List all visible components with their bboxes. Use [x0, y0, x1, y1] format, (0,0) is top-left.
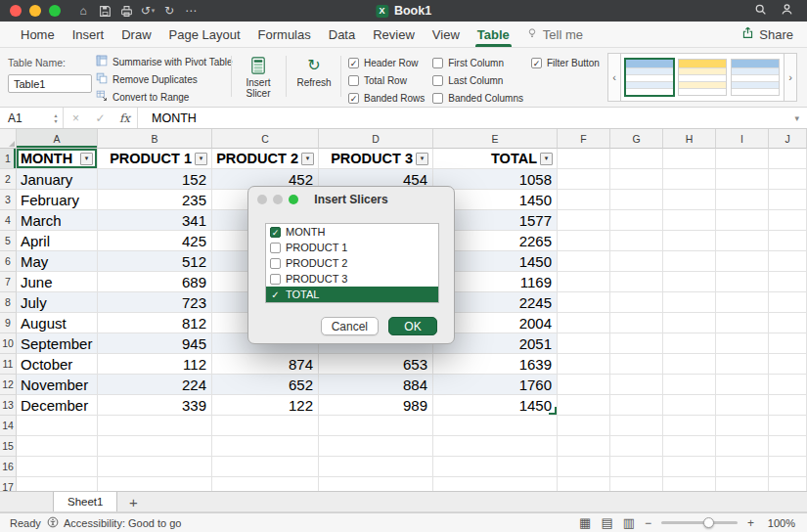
cell-J12[interactable] — [769, 375, 807, 395]
cell-I8[interactable] — [716, 292, 769, 313]
cell-F9[interactable] — [558, 313, 610, 333]
cell-F12[interactable] — [558, 375, 610, 395]
cell-B3[interactable]: 235 — [98, 190, 212, 210]
accessibility-status[interactable]: Accessibility: Good to go — [47, 516, 181, 530]
cell-F14[interactable] — [558, 416, 610, 436]
row-header-8[interactable]: 8 — [0, 292, 17, 313]
checkbox-header-row[interactable]: ✓ — [348, 58, 359, 68]
cell-H7[interactable] — [663, 272, 716, 292]
cell-G3[interactable] — [610, 190, 663, 210]
cell-D15[interactable] — [319, 436, 433, 457]
column-header-j[interactable]: J — [769, 129, 807, 149]
sheet-tab-sheet1[interactable]: Sheet1 — [53, 492, 117, 511]
cell-J7[interactable] — [769, 272, 807, 292]
share-button[interactable]: Share — [741, 22, 793, 47]
cell-H15[interactable] — [663, 436, 716, 457]
cell-G10[interactable] — [610, 333, 663, 354]
column-header-g[interactable]: G — [610, 129, 663, 149]
cell-I13[interactable] — [716, 395, 769, 416]
cell-C17[interactable] — [212, 477, 319, 491]
cell-E15[interactable] — [433, 436, 558, 457]
cell-I17[interactable] — [716, 477, 769, 491]
row-header-3[interactable]: 3 — [0, 190, 17, 210]
cell-A3[interactable]: February — [17, 190, 98, 210]
cell-J2[interactable] — [769, 169, 807, 190]
cell-I6[interactable] — [716, 251, 769, 272]
cell-J17[interactable] — [769, 477, 807, 491]
page-break-view-icon[interactable]: ▥ — [623, 513, 635, 532]
cell-A10[interactable]: September — [17, 333, 98, 354]
tab-insert[interactable]: Insert — [64, 22, 113, 47]
tab-view[interactable]: View — [424, 22, 469, 47]
refresh-button[interactable]: ↻ Refresh — [291, 54, 336, 88]
fullscreen-window-button[interactable] — [49, 5, 61, 17]
cell-J4[interactable] — [769, 210, 807, 231]
tab-data[interactable]: Data — [320, 22, 364, 47]
cell-J10[interactable] — [769, 333, 807, 354]
cell-B13[interactable]: 339 — [98, 395, 212, 416]
zoom-slider-knob[interactable] — [703, 517, 714, 528]
summarise-with-pivot-table-button[interactable]: Summarise with Pivot Table — [96, 55, 233, 68]
cell-A5[interactable]: April — [17, 231, 98, 251]
cancel-button[interactable]: Cancel — [321, 317, 379, 335]
tab-draw[interactable]: Draw — [112, 22, 159, 47]
table-style-light-blue-2[interactable] — [731, 59, 780, 96]
cell-C16[interactable] — [212, 457, 319, 477]
filter-button-total[interactable]: ▾ — [540, 153, 553, 165]
ok-button[interactable]: OK — [388, 317, 437, 335]
tab-page-layout[interactable]: Page Layout — [160, 22, 249, 47]
normal-view-icon[interactable]: ▦ — [579, 513, 591, 532]
column-header-f[interactable]: F — [558, 129, 610, 149]
remove-duplicates-button[interactable]: Remove Duplicates — [96, 72, 233, 86]
cell-I2[interactable] — [716, 169, 769, 190]
cell-F7[interactable] — [558, 272, 610, 292]
cell-F8[interactable] — [558, 292, 610, 313]
search-icon[interactable] — [754, 2, 767, 20]
cell-G1[interactable] — [610, 149, 663, 169]
checkbox-filter-button[interactable]: ✓ — [531, 58, 542, 68]
formula-bar-expand-icon[interactable]: ▾ — [794, 113, 807, 123]
cell-C11[interactable]: 874 — [212, 354, 319, 375]
cell-G12[interactable] — [610, 375, 663, 395]
cell-G5[interactable] — [610, 231, 663, 251]
cell-H3[interactable] — [663, 190, 716, 210]
cell-H12[interactable] — [663, 375, 716, 395]
field-checkbox-product-3[interactable]: ✓ — [270, 274, 281, 285]
cell-J14[interactable] — [769, 416, 807, 436]
cell-I7[interactable] — [716, 272, 769, 292]
cell-I1[interactable] — [716, 149, 769, 169]
gallery-prev-button[interactable]: ‹ — [607, 53, 621, 102]
cell-A6[interactable]: May — [17, 251, 98, 272]
cell-I3[interactable] — [716, 190, 769, 210]
cell-F10[interactable] — [558, 333, 610, 354]
field-checkbox-product-1[interactable]: ✓ — [270, 243, 281, 253]
table-style-light-blue[interactable] — [625, 59, 674, 96]
cell-H6[interactable] — [663, 251, 716, 272]
cell-G9[interactable] — [610, 313, 663, 333]
cell-A16[interactable] — [17, 457, 98, 477]
cell-B10[interactable]: 945 — [98, 333, 212, 354]
filter-button-product-3[interactable]: ▾ — [416, 153, 428, 165]
option-banded-columns[interactable]: ✓Banded Columns — [432, 91, 523, 106]
column-header-h[interactable]: H — [663, 129, 716, 149]
cell-G7[interactable] — [610, 272, 663, 292]
row-header-15[interactable]: 15 — [0, 436, 17, 457]
cell-H11[interactable] — [663, 354, 716, 375]
cell-I14[interactable] — [716, 416, 769, 436]
confirm-entry-icon[interactable]: ✓ — [88, 111, 112, 125]
cell-J1[interactable] — [769, 149, 807, 169]
cell-I10[interactable] — [716, 333, 769, 354]
row-header-6[interactable]: 6 — [0, 251, 17, 272]
cell-I5[interactable] — [716, 231, 769, 251]
cell-D17[interactable] — [319, 477, 433, 491]
slicer-field-product-2[interactable]: ✓PRODUCT 2 — [266, 255, 438, 271]
column-header-i[interactable]: I — [716, 129, 769, 149]
cell-E12[interactable]: 1760 — [433, 375, 558, 395]
add-sheet-button[interactable]: + — [117, 492, 149, 511]
column-header-b[interactable]: B — [98, 129, 212, 149]
cell-H4[interactable] — [663, 210, 716, 231]
cell-D11[interactable]: 653 — [319, 354, 433, 375]
gallery-next-button[interactable]: › — [784, 53, 797, 102]
header-cell-total[interactable]: TOTAL▾ — [433, 149, 558, 169]
cell-G11[interactable] — [610, 354, 663, 375]
